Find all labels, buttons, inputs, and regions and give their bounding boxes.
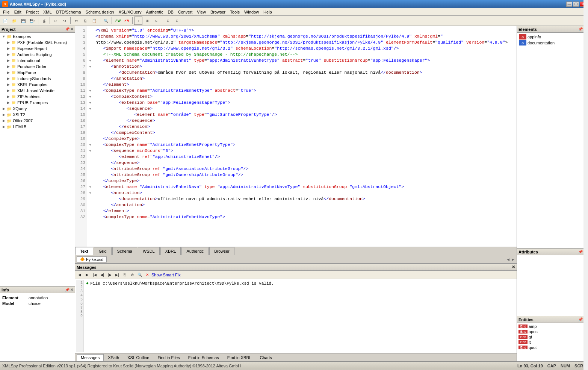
msg-back-button[interactable]: ◀: [76, 271, 83, 278]
save-all-button[interactable]: 💾+: [28, 17, 36, 25]
menu-view[interactable]: View: [195, 9, 208, 15]
undo-button[interactable]: ↩: [51, 17, 60, 25]
tab-schema[interactable]: Schema: [112, 247, 137, 255]
bottom-tab-find-schemas[interactable]: Find in Schemas: [184, 354, 223, 361]
menu-edit[interactable]: Edit: [12, 9, 24, 15]
restore-button[interactable]: ❐: [573, 2, 579, 7]
new-button[interactable]: 📄: [1, 17, 9, 25]
tree-item-expense[interactable]: ▶ 📁 Expense Report: [1, 45, 74, 52]
bottom-tab-messages[interactable]: Messages: [77, 354, 104, 361]
elements-pin-button[interactable]: 📌: [578, 27, 583, 31]
schema-view-button[interactable]: S: [152, 17, 160, 25]
xml-code[interactable]: <?xml version="1.0" encoding="UTF-8"?><s…: [93, 26, 517, 247]
find-button[interactable]: 🔍: [102, 17, 110, 25]
element-documentation[interactable]: ◇ documentation: [518, 40, 587, 46]
tree-item-xslt2[interactable]: ▶ 📁 XSLT2: [1, 112, 74, 118]
entity-gt[interactable]: Ent gt >: [518, 334, 587, 340]
entity-lt-name: lt: [529, 340, 584, 344]
tree-item-html5[interactable]: ▶ 📁 HTML5: [1, 124, 74, 130]
bottom-tab-find-files[interactable]: Find in Files: [153, 354, 184, 361]
menu-tools[interactable]: Tools: [228, 9, 242, 15]
check-well-formed[interactable]: ✓W: [113, 17, 122, 25]
msg-close-btn[interactable]: ✕: [144, 271, 151, 278]
msg-prev-button[interactable]: ◀|: [99, 271, 106, 278]
tab-wsdl[interactable]: WSDL: [138, 247, 160, 255]
file-tab-next[interactable]: ▶: [511, 258, 515, 261]
attributes-pin-button[interactable]: 📌: [578, 250, 583, 254]
tree-item-industry[interactable]: ▶ 📁 IndustryStandards: [1, 76, 74, 82]
project-close-button[interactable]: ✕: [70, 27, 73, 31]
entity-lt[interactable]: Ent lt <: [518, 340, 587, 345]
tab-authentic[interactable]: Authentic: [181, 247, 209, 255]
bottom-tab-xsl-outline[interactable]: XSL Outline: [123, 354, 153, 361]
element-documentation-label: documentation: [528, 41, 555, 45]
element-appinfo[interactable]: ◇ appinfo: [518, 34, 587, 40]
tree-item-pxf[interactable]: ▶ 📁 PXF (Portable XML Forms): [1, 39, 74, 45]
window-controls[interactable]: — ❐ ✕: [566, 2, 586, 7]
copy-button[interactable]: ⎘: [81, 17, 89, 25]
tree-item-xmlweb[interactable]: ▶ 📁 XML-based Website: [1, 88, 74, 94]
menu-project[interactable]: Project: [24, 9, 41, 15]
menu-window[interactable]: Window: [242, 9, 261, 15]
paste-button[interactable]: 📋: [90, 17, 98, 25]
tree-root-examples[interactable]: ▼ 📁 Examples: [1, 33, 74, 39]
tree-item-xquery[interactable]: ▶ 📁 XQuery: [1, 106, 74, 112]
menu-convert[interactable]: Convert: [176, 9, 195, 15]
collapse-all-button[interactable]: ⊟: [173, 17, 181, 25]
msg-find-button[interactable]: 🔍: [136, 271, 143, 278]
editor-content[interactable]: 1234567891011121314151617181920212223242…: [75, 26, 517, 247]
info-pin-button[interactable]: 📌: [65, 288, 70, 292]
menu-xsl-xquery[interactable]: XSL/XQuery: [116, 9, 144, 15]
redo-button[interactable]: ↪: [60, 17, 69, 25]
expand-all-button[interactable]: ⊞: [164, 17, 172, 25]
menu-xml[interactable]: XML: [41, 9, 54, 15]
msg-next-button[interactable]: |▶: [106, 271, 113, 278]
bottom-tab-find-xbrl[interactable]: Find in XBRL: [223, 354, 256, 361]
bottom-tab-xpath[interactable]: XPath: [104, 354, 123, 361]
menu-dtd-schema[interactable]: DTD/Schema: [54, 9, 83, 15]
tree-item-xbrl[interactable]: ▶ 📁 XBRL Examples: [1, 82, 74, 88]
save-button[interactable]: 💾: [19, 17, 27, 25]
tab-grid[interactable]: Grid: [94, 247, 112, 255]
print-button[interactable]: 🖨: [40, 17, 48, 25]
tab-browser[interactable]: Browser: [209, 247, 234, 255]
tree-item-zip[interactable]: ▶ 📁 ZIP Archives: [1, 94, 74, 100]
validate-button[interactable]: ✓V: [122, 17, 131, 25]
msg-copy-button[interactable]: ⎘: [121, 271, 128, 278]
tree-item-purchase-order[interactable]: ▶ 📁 Purchase Order: [1, 64, 74, 70]
menu-schema-design[interactable]: Schema design: [83, 9, 116, 15]
msg-forward-button[interactable]: ▶: [84, 271, 91, 278]
menu-file[interactable]: File: [1, 9, 12, 15]
tab-text[interactable]: Text: [75, 247, 93, 255]
entity-amp[interactable]: Ent amp &: [518, 324, 587, 329]
open-button[interactable]: 📁: [10, 17, 18, 25]
msg-clear-button[interactable]: ⊘: [129, 271, 136, 278]
tree-item-epub[interactable]: ▶ 📁 EPUB Examples: [1, 100, 74, 106]
tree-item-authentic[interactable]: ▶ 📁 Authentic Scripting: [1, 52, 74, 58]
tree-item-office2007[interactable]: ▶ 📁 Office2007: [1, 118, 74, 124]
msg-last-button[interactable]: ▶|: [114, 271, 121, 278]
entity-quot[interactable]: Ent quot ": [518, 345, 587, 350]
entities-pin-button[interactable]: 📌: [578, 317, 583, 321]
tab-xbrl[interactable]: XBRL: [160, 247, 181, 255]
text-view-button[interactable]: T: [134, 17, 142, 25]
bottom-tab-charts[interactable]: Charts: [255, 354, 276, 361]
tree-item-mapforce[interactable]: ▶ 📁 MapForce: [1, 70, 74, 76]
minimize-button[interactable]: —: [566, 2, 572, 7]
menu-db[interactable]: DB: [165, 9, 175, 15]
menu-help[interactable]: Help: [261, 9, 274, 15]
file-tab-prev[interactable]: ◀: [506, 258, 510, 261]
entity-apos[interactable]: Ent apos ': [518, 329, 587, 334]
menu-authentic[interactable]: Authentic: [144, 9, 166, 15]
cut-button[interactable]: ✂: [72, 17, 80, 25]
project-pin-button[interactable]: 📌: [65, 27, 70, 31]
menu-browser[interactable]: Browser: [208, 9, 228, 15]
grid-view-button[interactable]: ⊞: [143, 17, 151, 25]
info-close-button[interactable]: ✕: [70, 288, 73, 292]
editor-gutter: ▼▼▼▼▼▼▼▼▼▼: [87, 26, 93, 247]
tree-item-international[interactable]: ▶ 📁 International: [1, 58, 74, 64]
file-tab-fylke[interactable]: 🔶 Fylke.xsd: [77, 256, 107, 262]
msg-first-button[interactable]: |◀: [91, 271, 98, 278]
messages-close-button[interactable]: ✕: [512, 265, 515, 270]
app-title: Altova XMLSpy – [Fylke.xsd]: [10, 2, 66, 6]
